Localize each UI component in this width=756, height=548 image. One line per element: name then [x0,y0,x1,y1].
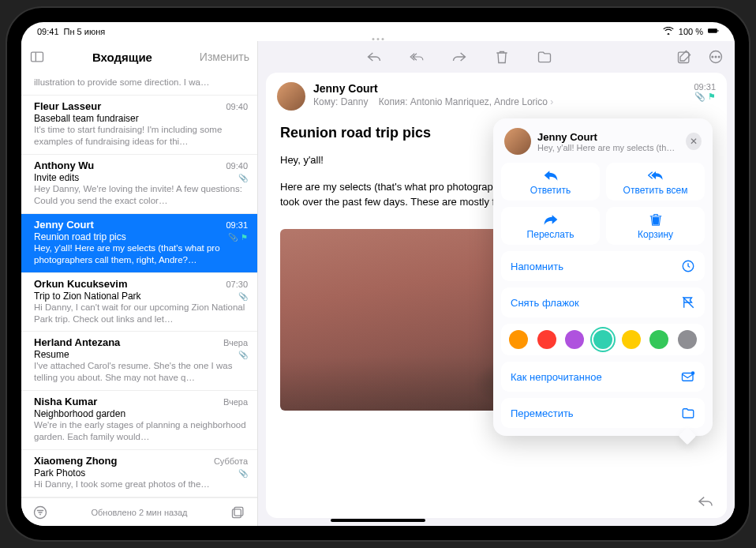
message-preview: We're in the early stages of planning a … [34,419,248,443]
svg-point-14 [718,56,720,58]
svg-rect-17 [683,373,694,381]
inbox-sidebar: Входящие Изменить illustration to provid… [21,41,258,526]
chevron-right-icon[interactable]: › [550,96,553,107]
mark-unread-label: Как непрочитанное [511,371,602,383]
svg-rect-9 [233,509,241,517]
edit-button[interactable]: Изменить [200,51,249,63]
message-subject: Park Photos [34,467,85,479]
attachment-icon: 📎 [238,292,248,301]
screen: 09:41 Пн 5 июня 100 % [21,22,735,526]
attachment-icon: 📎 [238,469,248,478]
unflag-icon [681,295,695,310]
forward-button[interactable]: Переслать [501,207,600,245]
message-item[interactable]: Xiaomeng Zhong Суббота Park Photos 📎 Hi … [21,450,257,497]
clock-icon [681,259,695,273]
home-indicator[interactable] [331,519,425,522]
filter-icon[interactable] [32,505,48,520]
message-item[interactable]: Orkun Kucuksevim 07:30 Trip to Zion Nati… [21,273,257,332]
message-list[interactable]: illustration to provide some direction. … [21,73,257,497]
remind-row[interactable]: Напомнить [501,251,705,281]
flag-color-row [501,324,705,355]
move-row[interactable]: Переместить [501,398,705,428]
mail-time: 09:31 [694,82,716,92]
cc-label: Копия: [379,96,408,107]
message-item[interactable]: Herland Antezana Вчера Resume 📎 I've att… [21,332,257,391]
flag-color-dot[interactable] [593,330,612,349]
flag-color-dot[interactable] [678,330,697,349]
message-preview: Hi Danny, I can't wait for our upcoming … [34,302,248,325]
actions-popover: Jenny Court Hey, y'all! Here are my sele… [493,118,713,436]
svg-point-18 [691,371,695,375]
message-subject: Baseball team fundraiser [34,113,139,124]
reply-icon[interactable] [366,49,382,65]
to-name[interactable]: Danny [341,96,369,107]
message-item[interactable]: Jenny Court 09:31 Reunion road trip pics… [21,214,257,273]
reply-all-icon[interactable] [409,49,425,65]
close-icon[interactable]: ✕ [686,133,702,150]
trash-button[interactable]: Корзину [606,207,705,245]
cc-names[interactable]: Antonio Manriquez, Andre Lorico [410,96,548,107]
battery-icon [708,27,719,36]
move-label: Переместить [511,407,574,419]
flag-color-dot[interactable] [565,330,584,349]
message-sender: Jenny Court [34,219,94,231]
message-sender: Anthony Wu [34,160,94,171]
remind-label: Напомнить [511,261,563,272]
svg-rect-1 [717,30,718,32]
wifi-icon [663,27,674,36]
message-sender: Orkun Kucuksevim [34,278,128,290]
flag-color-dot[interactable] [537,330,556,349]
folder-icon [681,406,695,420]
status-date: Пн 5 июня [64,27,106,36]
svg-point-13 [715,56,717,58]
message-item[interactable]: Anthony Wu 09:40 Invite edits 📎 Hey Dann… [21,155,257,214]
message-subject: Invite edits [34,172,79,183]
message-time: Вчера [223,397,248,407]
message-time: 09:31 [226,220,248,230]
mail-from[interactable]: Jenny Court [313,82,686,95]
reply-button-label: Ответить [530,185,571,196]
to-label: Кому: [313,96,338,107]
svg-rect-0 [708,28,717,32]
reply-all-button[interactable]: Ответить всем [606,163,705,201]
mail-content-pane: Jenny Court Кому: Danny Копия: Antonio M… [258,41,735,526]
more-icon[interactable] [708,49,724,65]
message-time: 09:40 [226,161,248,171]
message-subject: Trip to Zion National Park [34,291,141,302]
inbox-title: Входящие [45,51,200,64]
message-item[interactable]: Fleur Lasseur 09:40 Baseball team fundra… [21,96,257,155]
message-time: Суббота [214,456,248,466]
svg-rect-8 [234,507,243,516]
attachment-icon: 📎 [238,351,248,359]
move-folder-icon[interactable] [537,49,552,65]
forward-button-label: Переслать [527,229,574,240]
sidebar-toggle-icon[interactable] [29,49,45,65]
envelope-dot-icon [681,370,695,384]
unflag-label: Снять флажок [511,297,579,309]
unflag-row[interactable]: Снять флажок [501,287,705,317]
compose-icon[interactable] [676,49,692,65]
svg-point-12 [712,56,713,58]
message-item[interactable]: illustration to provide some direction. … [21,73,257,96]
flag-color-dot[interactable] [649,330,668,349]
trash-icon[interactable] [494,49,510,65]
mark-unread-row[interactable]: Как непрочитанное [501,362,705,392]
message-time: 07:30 [226,280,248,289]
battery-text: 100 % [679,27,703,36]
attachment-icon: 📎 [238,174,248,182]
flag-color-dot[interactable] [622,330,641,349]
message-item[interactable]: Nisha Kumar Вчера Neighborhood garden We… [21,391,257,450]
message-subject: Neighborhood garden [34,408,125,419]
sender-avatar[interactable] [277,82,305,111]
message-preview: illustration to provide some direction. … [34,77,248,88]
reply-all-button-label: Ответить всем [623,185,688,196]
flag-color-dot[interactable] [509,330,528,349]
reply-corner-icon[interactable] [697,494,714,512]
reply-button[interactable]: Ответить [501,163,600,201]
svg-rect-2 [32,52,43,62]
trash-button-label: Корзину [638,229,673,240]
multitasking-dots-icon[interactable] [372,38,384,40]
message-time: Вчера [223,338,248,347]
mailboxes-icon[interactable] [230,505,246,520]
forward-icon[interactable] [451,49,467,65]
